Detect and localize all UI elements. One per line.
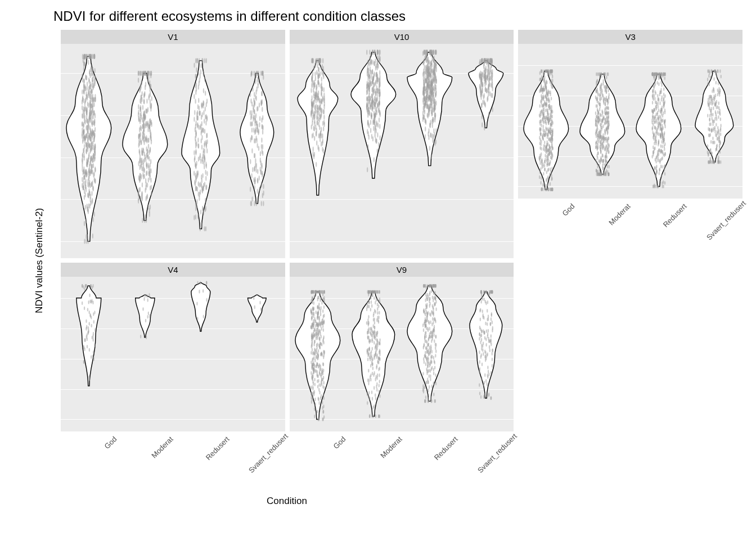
svg-point-3539 <box>315 336 316 340</box>
svg-point-696 <box>205 226 206 231</box>
svg-point-728 <box>199 111 200 116</box>
svg-point-3109 <box>709 128 710 132</box>
svg-point-2175 <box>552 166 553 170</box>
svg-point-3175 <box>84 287 85 291</box>
svg-point-1419 <box>369 75 370 80</box>
svg-point-853 <box>262 129 263 134</box>
svg-point-996 <box>323 126 324 131</box>
svg-point-2582 <box>605 173 606 177</box>
svg-point-1546 <box>425 127 426 132</box>
svg-point-4000 <box>430 377 431 381</box>
svg-point-388 <box>82 163 83 168</box>
svg-point-3330 <box>323 305 324 309</box>
svg-point-321 <box>85 169 86 174</box>
svg-point-3574 <box>313 290 314 294</box>
svg-point-564 <box>145 157 146 162</box>
svg-point-2578 <box>600 114 601 118</box>
svg-point-3792 <box>370 358 371 362</box>
svg-point-329 <box>86 91 87 96</box>
svg-point-3228 <box>199 290 200 294</box>
svg-point-799 <box>194 150 195 155</box>
svg-point-513 <box>140 126 141 131</box>
svg-point-389 <box>93 173 94 178</box>
svg-point-2166 <box>547 73 548 76</box>
svg-point-2219 <box>545 94 546 98</box>
svg-point-465 <box>142 172 143 177</box>
svg-point-2330 <box>596 73 597 76</box>
svg-point-656 <box>195 98 196 104</box>
svg-point-1871 <box>482 73 483 78</box>
svg-point-2312 <box>552 129 553 133</box>
svg-point-280 <box>91 169 92 174</box>
svg-point-1723 <box>428 108 429 113</box>
svg-point-2964 <box>655 100 656 104</box>
svg-point-1368 <box>377 50 379 55</box>
svg-point-3658 <box>374 296 375 300</box>
svg-point-3189 <box>90 299 91 303</box>
svg-point-3623 <box>374 321 375 325</box>
svg-point-1403 <box>373 90 374 95</box>
svg-point-3957 <box>433 291 434 295</box>
svg-point-592 <box>145 71 146 76</box>
svg-point-1348 <box>371 93 372 98</box>
violin-God <box>518 44 574 199</box>
svg-point-3893 <box>430 284 431 288</box>
svg-point-2303 <box>546 90 547 94</box>
svg-point-3720 <box>377 290 379 294</box>
svg-point-2269 <box>547 93 548 97</box>
svg-point-772 <box>194 170 195 176</box>
svg-point-3495 <box>314 327 315 331</box>
svg-point-2824 <box>661 174 662 178</box>
svg-point-3828 <box>435 381 436 385</box>
svg-point-1327 <box>371 112 372 118</box>
svg-point-399 <box>93 137 94 142</box>
svg-point-576 <box>138 148 140 154</box>
svg-point-2958 <box>655 73 656 76</box>
svg-point-596 <box>148 124 150 129</box>
svg-point-1268 <box>372 60 374 65</box>
svg-point-660 <box>204 119 205 124</box>
svg-point-3112 <box>713 97 714 101</box>
svg-point-3140 <box>711 151 712 155</box>
svg-point-3176 <box>83 360 84 364</box>
svg-point-3110 <box>719 140 721 144</box>
svg-point-2932 <box>654 146 655 150</box>
svg-point-1138 <box>323 122 325 127</box>
svg-point-2597 <box>602 166 603 170</box>
svg-point-3748 <box>372 415 373 418</box>
svg-point-2296 <box>547 149 548 153</box>
svg-point-2124 <box>550 80 551 84</box>
svg-point-1027 <box>311 83 312 88</box>
violin-Redusert <box>402 44 458 258</box>
svg-point-3205 <box>84 338 85 342</box>
svg-point-268 <box>86 118 87 123</box>
svg-point-2856 <box>657 159 658 163</box>
svg-point-4096 <box>480 340 481 344</box>
svg-point-912 <box>259 102 260 107</box>
svg-point-828 <box>194 62 195 68</box>
violin-Moderat <box>117 277 173 431</box>
svg-point-2424 <box>608 88 609 92</box>
svg-point-1392 <box>376 71 377 76</box>
svg-point-496 <box>147 204 148 209</box>
svg-point-4041 <box>425 346 426 350</box>
svg-point-1904 <box>488 84 489 89</box>
svg-point-4027 <box>425 354 426 358</box>
svg-point-1142 <box>317 93 318 98</box>
svg-point-2236 <box>546 127 547 130</box>
svg-point-2240 <box>539 170 541 174</box>
svg-point-366 <box>89 79 90 84</box>
svg-point-645 <box>147 144 148 149</box>
svg-point-303 <box>87 207 88 212</box>
svg-point-1687 <box>423 84 424 89</box>
svg-point-2924 <box>654 79 655 83</box>
svg-point-2640 <box>603 98 604 102</box>
svg-point-1442 <box>425 134 426 140</box>
x-tick-label: Svaert_redusert <box>705 202 745 242</box>
svg-point-2264 <box>548 107 550 111</box>
svg-point-3943 <box>429 304 430 308</box>
svg-point-384 <box>83 79 84 84</box>
svg-point-2952 <box>653 108 654 112</box>
svg-point-4119 <box>479 337 480 341</box>
svg-point-1910 <box>481 81 482 86</box>
